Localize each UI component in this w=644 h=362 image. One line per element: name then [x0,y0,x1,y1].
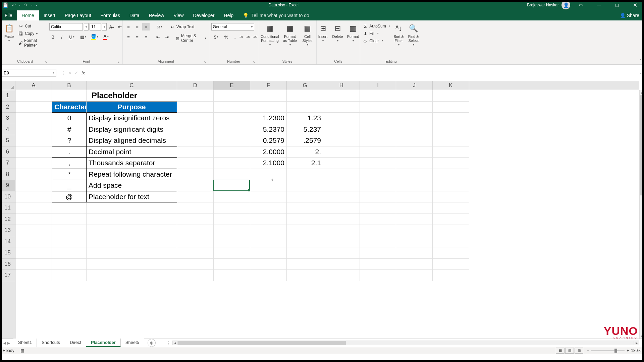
cell[interactable] [396,259,433,270]
sheet-tab-sheet1[interactable]: Sheet1 [13,339,37,347]
col-header-G[interactable]: G [287,81,323,90]
increase-indent-icon[interactable]: ⇥ [163,33,170,41]
col-header-C[interactable]: C [87,81,177,90]
cell[interactable] [15,214,52,225]
underline-button[interactable]: U▾ [67,33,77,41]
cell[interactable] [87,202,177,214]
macro-record-icon[interactable]: ▦ [20,348,24,353]
row-header-3[interactable]: 3 [0,113,15,124]
tab-formulas[interactable]: Formulas [96,10,125,20]
cell[interactable] [250,191,287,203]
autosum-button[interactable]: ΣAutoSum▾ [362,23,390,29]
cell[interactable] [323,146,360,158]
font-size-input[interactable] [90,23,101,31]
cell[interactable] [214,102,250,113]
formula-input[interactable] [88,69,637,76]
tab-insert[interactable]: Insert [39,10,60,20]
cell[interactable] [433,236,469,248]
page-layout-view-button[interactable]: ▤ [565,348,574,354]
cell[interactable]: 2.1 [287,158,323,169]
percent-format-icon[interactable]: % [223,33,230,41]
cell[interactable] [323,90,360,102]
orientation-icon[interactable]: ⤭▾ [154,23,164,31]
tab-view[interactable]: View [169,10,188,20]
col-header-I[interactable]: I [360,81,396,90]
cell[interactable] [287,169,323,180]
zoom-in-button[interactable]: + [627,348,629,353]
italic-button[interactable]: I [58,33,65,41]
cell[interactable] [396,146,433,158]
cell[interactable] [15,124,52,135]
cell[interactable]: 5.2370 [250,124,287,135]
fx-icon[interactable]: fx [82,70,88,75]
col-header-D[interactable]: D [177,81,214,90]
cell[interactable] [177,146,214,158]
increase-decimal-icon[interactable]: .00→.0 [240,33,248,41]
user-name[interactable]: Brojeswar Naskar [527,3,559,7]
cells-area[interactable]: PlaceholderCharacterPurpose0Display insi… [15,90,639,339]
cell[interactable] [360,214,396,225]
cell[interactable]: Decimal point [87,146,177,158]
cell[interactable] [396,135,433,146]
cut-button[interactable]: ✂Cut [17,23,48,29]
cell[interactable] [52,270,87,281]
font-color-button[interactable]: A▾ [101,33,111,41]
cell[interactable] [433,270,469,281]
cell[interactable] [433,259,469,270]
cell[interactable] [250,202,287,214]
cell[interactable] [214,158,250,169]
cell[interactable] [360,90,396,102]
cell[interactable] [396,90,433,102]
cell[interactable] [214,146,250,158]
cell[interactable] [360,259,396,270]
cell[interactable] [360,180,396,191]
paste-button[interactable]: 📋 Paste ▾ [2,23,16,42]
maximize-button[interactable]: ▢ [609,0,625,10]
cell[interactable] [214,202,250,214]
col-header-F[interactable]: F [250,81,287,90]
cell[interactable]: 0.2579 [250,135,287,146]
cell[interactable] [52,259,87,270]
tab-help[interactable]: Help [219,10,238,20]
undo-icon[interactable]: ↶ [12,2,16,8]
accounting-format-icon[interactable]: $▾ [211,33,221,41]
cell[interactable] [15,202,52,214]
cell[interactable]: @ [52,191,87,203]
delete-cells-button[interactable]: ⊟Delete▾ [331,23,344,42]
cell[interactable]: Character [52,102,87,113]
column-headers[interactable]: ABCDEFGHIJK [15,81,639,90]
sheet-nav-prev-icon[interactable]: ◀ [3,341,6,345]
cell[interactable] [214,214,250,225]
tab-page-layout[interactable]: Page Layout [60,10,96,20]
cell[interactable] [15,259,52,270]
row-header-4[interactable]: 4 [0,124,15,135]
cell[interactable] [177,225,214,236]
insert-cells-button[interactable]: ⊞Insert▾ [316,23,330,42]
cell[interactable] [177,102,214,113]
cell[interactable] [214,113,250,124]
sheet-tab-placeholder[interactable]: Placeholder [86,339,121,347]
row-header-5[interactable]: 5 [0,135,15,146]
vscroll-thumb[interactable] [640,95,644,195]
bold-button[interactable]: B [49,33,57,41]
cell[interactable] [396,202,433,214]
cell[interactable] [396,102,433,113]
cell[interactable] [15,102,52,113]
cell[interactable]: Display significant digits [87,124,177,135]
row-header-7[interactable]: 7 [0,158,15,169]
cell[interactable] [287,259,323,270]
cell[interactable] [15,236,52,248]
name-box[interactable]: E9▾ [1,69,56,77]
cell[interactable] [396,214,433,225]
cell[interactable] [214,124,250,135]
cell[interactable]: 2.0000 [250,146,287,158]
redo-caret[interactable]: ▾ [31,4,33,7]
row-header-14[interactable]: 14 [0,236,15,248]
cell[interactable] [214,135,250,146]
cell[interactable] [396,169,433,180]
cell[interactable] [323,113,360,124]
cell[interactable] [323,202,360,214]
cell[interactable] [177,247,214,259]
comma-format-icon[interactable]: , [231,33,239,41]
zoom-out-button[interactable]: − [587,348,589,353]
